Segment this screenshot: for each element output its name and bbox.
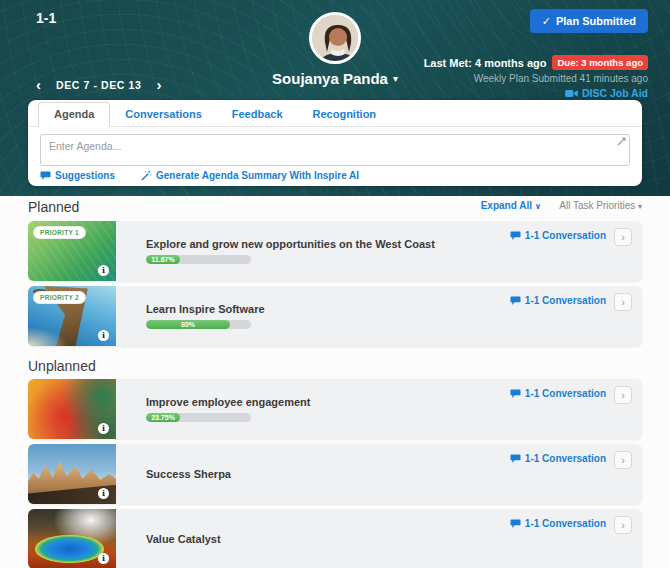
caret-down-icon: ▾ xyxy=(393,73,398,84)
conversation-label: 1-1 Conversation xyxy=(525,518,606,529)
progress-bar: 11.67% xyxy=(146,255,251,264)
priority-badge: PRIORITY 2 xyxy=(33,291,86,304)
conversation-label: 1-1 Conversation xyxy=(525,295,606,306)
thumbnail-art-layer xyxy=(28,327,68,346)
goal-thumbnail: i xyxy=(28,509,116,568)
meeting-meta: Last Met: 4 months ago Due: 3 months ago… xyxy=(424,55,648,99)
conversation-label: 1-1 Conversation xyxy=(525,388,606,399)
info-icon[interactable]: i xyxy=(98,330,109,341)
goal-card[interactable]: i Improve employee engagement 23.75% 1-1… xyxy=(28,379,642,439)
plan-submitted-note: Weekly Plan Submitted 41 minutes ago xyxy=(424,73,648,84)
suggestions-link[interactable]: Suggestions xyxy=(40,170,115,181)
last-met-label: Last Met: 4 months ago xyxy=(424,57,547,69)
goal-card[interactable]: PRIORITY 2 i Learn Inspire Software 80% … xyxy=(28,286,642,346)
goal-thumbnail: i xyxy=(28,379,116,439)
card-expand-button[interactable]: › xyxy=(614,386,632,404)
goal-title: Value Catalyst xyxy=(146,533,642,545)
progress-bar: 23.75% xyxy=(146,413,251,422)
goals-content: Planned Expand All ∨ All Task Priorities… xyxy=(0,196,670,568)
avatar-image xyxy=(312,15,361,64)
speech-bubble-icon xyxy=(40,171,51,181)
speech-bubble-icon xyxy=(510,454,521,464)
video-camera-icon xyxy=(565,89,578,98)
agenda-input[interactable] xyxy=(40,134,630,166)
one-on-one-page: 1-1 ⚙ ✓ Plan Submitted Soujanya Panda▾ ‹… xyxy=(0,0,670,568)
plan-submitted-button[interactable]: ✓ Plan Submitted xyxy=(530,9,648,33)
progress-fill: 23.75% xyxy=(146,413,180,422)
goal-thumbnail: PRIORITY 1 i xyxy=(28,221,116,281)
suggestions-label: Suggestions xyxy=(55,170,115,181)
disc-job-aid-label: DISC Job Aid xyxy=(582,87,648,99)
tab-conversations[interactable]: Conversations xyxy=(110,102,216,126)
card-expand-button[interactable]: › xyxy=(614,228,632,246)
priority-badge: PRIORITY 1 xyxy=(33,226,86,239)
info-icon[interactable]: i xyxy=(98,265,109,276)
page-title: 1-1 xyxy=(36,10,56,26)
goal-title: Success Sherpa xyxy=(146,468,642,480)
speech-bubble-icon xyxy=(510,231,521,241)
person-name: Soujanya Panda xyxy=(272,70,388,87)
info-icon[interactable]: i xyxy=(98,423,109,434)
goal-thumbnail: i xyxy=(28,444,116,504)
card-expand-button[interactable]: › xyxy=(614,293,632,311)
speech-bubble-icon xyxy=(510,519,521,529)
plan-submitted-label: Plan Submitted xyxy=(556,15,636,27)
unplanned-heading: Unplanned xyxy=(28,358,96,374)
chevron-down-icon: ∨ xyxy=(535,202,542,211)
tab-bar: Agenda Conversations Feedback Recognitio… xyxy=(28,100,642,127)
expand-all-label: Expand All xyxy=(481,200,532,211)
goal-thumbnail: PRIORITY 2 i xyxy=(28,286,116,346)
conversation-link[interactable]: 1-1 Conversation xyxy=(510,230,606,241)
thumbnail-art-layer xyxy=(35,535,104,563)
disc-job-aid-link[interactable]: DISC Job Aid xyxy=(424,87,648,99)
magic-wand-icon xyxy=(141,170,152,181)
tab-feedback[interactable]: Feedback xyxy=(217,102,298,126)
conversation-label: 1-1 Conversation xyxy=(525,230,606,241)
goal-card[interactable]: i Success Sherpa 1-1 Conversation › xyxy=(28,444,642,504)
task-priorities-dropdown[interactable]: All Task Priorities ▾ xyxy=(559,198,642,215)
conversation-link[interactable]: 1-1 Conversation xyxy=(510,295,606,306)
task-priorities-label: All Task Priorities xyxy=(559,200,635,211)
card-expand-button[interactable]: › xyxy=(614,451,632,469)
list-controls: Expand All ∨ All Task Priorities ▾ xyxy=(481,198,642,215)
generate-summary-label: Generate Agenda Summary With Inspire AI xyxy=(156,170,359,181)
expand-all-link[interactable]: Expand All ∨ xyxy=(481,198,542,215)
caret-down-icon: ▾ xyxy=(638,202,642,211)
check-icon: ✓ xyxy=(542,15,551,28)
chevron-right-icon[interactable]: › xyxy=(156,79,161,91)
agenda-actions: Suggestions Generate Agenda Summary With… xyxy=(40,170,359,181)
chevron-left-icon[interactable]: ‹ xyxy=(36,79,41,91)
card-expand-button[interactable]: › xyxy=(614,516,632,534)
conversation-label: 1-1 Conversation xyxy=(525,453,606,464)
progress-fill: 11.67% xyxy=(146,255,180,264)
date-navigation: ‹ DEC 7 - DEC 13 › xyxy=(36,79,161,91)
tab-recognition[interactable]: Recognition xyxy=(298,102,392,126)
info-icon[interactable]: i xyxy=(98,553,109,564)
date-range-label: DEC 7 - DEC 13 xyxy=(56,79,141,91)
speech-bubble-icon xyxy=(510,296,521,306)
due-badge: Due: 3 months ago xyxy=(552,55,648,70)
agenda-panel: Agenda Conversations Feedback Recognitio… xyxy=(28,100,642,186)
info-icon[interactable]: i xyxy=(98,488,109,499)
progress-bar: 80% xyxy=(146,320,251,329)
conversation-link[interactable]: 1-1 Conversation xyxy=(510,453,606,464)
tab-agenda[interactable]: Agenda xyxy=(38,102,110,127)
unplanned-section-header: Unplanned xyxy=(28,358,642,374)
page-header: 1-1 ⚙ ✓ Plan Submitted Soujanya Panda▾ ‹… xyxy=(0,0,670,196)
speech-bubble-icon xyxy=(510,389,521,399)
conversation-link[interactable]: 1-1 Conversation xyxy=(510,518,606,529)
generate-summary-link[interactable]: Generate Agenda Summary With Inspire AI xyxy=(141,170,359,181)
goal-card[interactable]: PRIORITY 1 i Explore and grow new opport… xyxy=(28,221,642,281)
goal-card[interactable]: i Value Catalyst 1-1 Conversation › xyxy=(28,509,642,568)
avatar[interactable] xyxy=(309,12,361,64)
progress-fill: 80% xyxy=(146,320,230,329)
planned-section-header: Planned Expand All ∨ All Task Priorities… xyxy=(28,198,642,215)
conversation-link[interactable]: 1-1 Conversation xyxy=(510,388,606,399)
planned-heading: Planned xyxy=(28,199,79,215)
